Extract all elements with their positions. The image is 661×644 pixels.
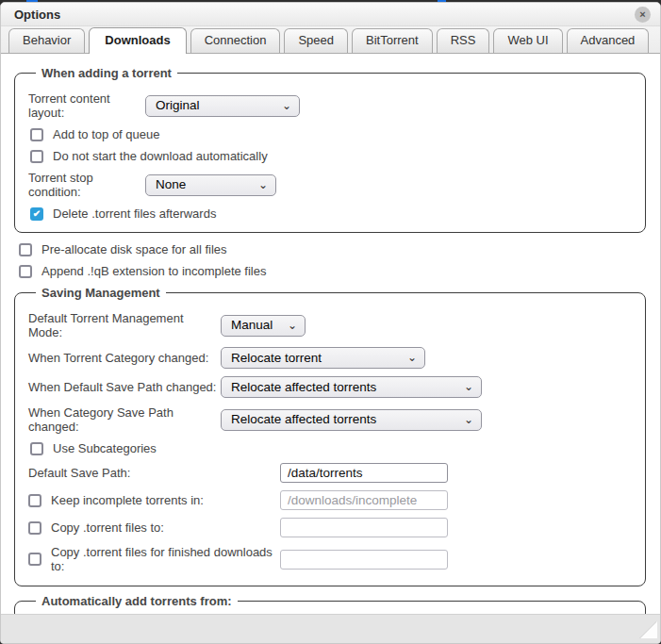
default-path-changed-value: Relocate affected torrents	[231, 380, 376, 394]
category-path-changed-row: When Category Save Path changed: Relocat…	[28, 405, 636, 434]
keep-incomplete-input	[280, 490, 448, 510]
close-icon[interactable]: ×	[635, 7, 651, 23]
default-save-path-label: Default Save Path:	[28, 466, 280, 480]
dialog-title: Options	[14, 8, 60, 22]
torrent-category-changed-row: When Torrent Category changed: Relocate …	[28, 347, 636, 369]
add-to-top-row: Add to top of queue	[30, 127, 636, 141]
content-layout-row: Torrent content layout: Original ⌄	[28, 91, 636, 120]
delete-torrent-row: ✔ Delete .torrent files afterwards	[30, 206, 636, 221]
content-layout-label: Torrent content layout:	[28, 91, 145, 120]
chevron-down-icon: ⌄	[288, 320, 297, 331]
use-subcategories-checkbox[interactable]	[30, 442, 43, 455]
check-icon: ✔	[33, 209, 41, 219]
management-mode-select[interactable]: Manual ⌄	[221, 315, 306, 337]
tab-advanced[interactable]: Advanced	[567, 28, 650, 53]
keep-incomplete-checkbox[interactable]	[28, 494, 41, 507]
default-path-changed-select[interactable]: Relocate affected torrents ⌄	[221, 376, 482, 398]
add-to-top-label: Add to top of queue	[53, 127, 159, 141]
torrent-category-changed-label: When Torrent Category changed:	[28, 351, 221, 365]
delete-torrent-label: Delete .torrent files afterwards	[53, 206, 216, 221]
chevron-down-icon: ⌄	[282, 100, 291, 111]
dialog-bottom-bar	[1, 614, 661, 643]
stop-condition-label: Torrent stop condition:	[28, 171, 145, 199]
auto-add-legend: Automatically add torrents from:	[36, 594, 238, 608]
chevron-down-icon: ⌄	[464, 414, 473, 425]
use-subcategories-row: Use Subcategories	[30, 441, 636, 455]
category-path-changed-select[interactable]: Relocate affected torrents ⌄	[221, 409, 482, 431]
copy-torrent-label: Copy .torrent files to:	[51, 520, 164, 535]
content-layout-select[interactable]: Original ⌄	[145, 95, 300, 117]
tab-bittorrent[interactable]: BitTorrent	[352, 28, 433, 53]
append-qb-row: Append .!qB extension to incomplete file…	[19, 264, 646, 278]
copy-torrent-row: Copy .torrent files to:	[28, 518, 636, 537]
default-save-path-row: Default Save Path:	[28, 463, 636, 483]
delete-torrent-checkbox[interactable]: ✔	[30, 207, 43, 221]
preallocate-row: Pre-allocate disk space for all files	[19, 242, 646, 256]
when-adding-legend: When adding a torrent	[36, 66, 177, 80]
no-autostart-checkbox[interactable]	[30, 150, 43, 163]
preallocate-checkbox[interactable]	[19, 243, 32, 256]
saving-management-fieldset: Saving Management Default Torrent Manage…	[14, 286, 646, 586]
category-path-changed-value: Relocate affected torrents	[231, 412, 376, 426]
chevron-down-icon: ⌄	[407, 352, 417, 363]
content-layout-value: Original	[156, 98, 200, 112]
category-path-changed-label: When Category Save Path changed:	[28, 405, 221, 434]
tab-speed[interactable]: Speed	[284, 28, 348, 53]
copy-finished-row: Copy .torrent files for finished downloa…	[28, 545, 636, 573]
keep-incomplete-row: Keep incomplete torrents in:	[28, 490, 636, 510]
downloads-tab-content: When adding a torrent Torrent content la…	[1, 54, 660, 617]
copy-torrent-checkbox[interactable]	[28, 521, 41, 535]
stop-condition-select[interactable]: None ⌄	[145, 174, 276, 196]
copy-finished-checkbox[interactable]	[28, 553, 41, 566]
torrent-category-changed-value: Relocate torrent	[231, 351, 322, 365]
dialog-titlebar[interactable]: Options ×	[1, 3, 660, 26]
chevron-down-icon: ⌄	[464, 381, 473, 392]
tab-downloads[interactable]: Downloads	[89, 27, 186, 54]
when-adding-fieldset: When adding a torrent Torrent content la…	[14, 66, 646, 233]
management-mode-value: Manual	[231, 318, 273, 332]
tab-rss[interactable]: RSS	[437, 28, 490, 53]
no-autostart-row: Do not start the download automatically	[30, 149, 636, 163]
copy-torrent-input	[280, 518, 448, 537]
management-mode-row: Default Torrent Management Mode: Manual …	[28, 311, 636, 339]
add-to-top-checkbox[interactable]	[30, 128, 43, 141]
torrent-category-changed-select[interactable]: Relocate torrent ⌄	[221, 347, 425, 369]
default-path-changed-row: When Default Save Path changed: Relocate…	[28, 376, 636, 398]
preallocate-label: Pre-allocate disk space for all files	[41, 242, 227, 256]
default-path-changed-label: When Default Save Path changed:	[28, 380, 221, 394]
saving-management-legend: Saving Management	[36, 286, 166, 300]
copy-finished-input	[280, 550, 448, 570]
default-save-path-input[interactable]	[280, 463, 448, 483]
resize-grip-icon[interactable]	[640, 621, 657, 638]
keep-incomplete-label: Keep incomplete torrents in:	[51, 493, 204, 507]
append-qb-label: Append .!qB extension to incomplete file…	[41, 264, 266, 278]
management-mode-label: Default Torrent Management Mode:	[28, 311, 221, 339]
use-subcategories-label: Use Subcategories	[53, 441, 157, 455]
options-dialog: Options × Behavior Downloads Connection …	[0, 2, 661, 644]
copy-finished-label: Copy .torrent files for finished downloa…	[51, 545, 280, 573]
append-qb-checkbox[interactable]	[19, 265, 32, 278]
stop-condition-row: Torrent stop condition: None ⌄	[28, 171, 636, 199]
stop-condition-value: None	[156, 177, 186, 191]
chevron-down-icon: ⌄	[258, 179, 268, 190]
options-tabbar: Behavior Downloads Connection Speed BitT…	[1, 26, 660, 54]
tab-behavior[interactable]: Behavior	[8, 28, 85, 53]
tab-webui[interactable]: Web UI	[493, 28, 562, 53]
no-autostart-label: Do not start the download automatically	[53, 149, 268, 163]
tab-connection[interactable]: Connection	[190, 28, 281, 53]
